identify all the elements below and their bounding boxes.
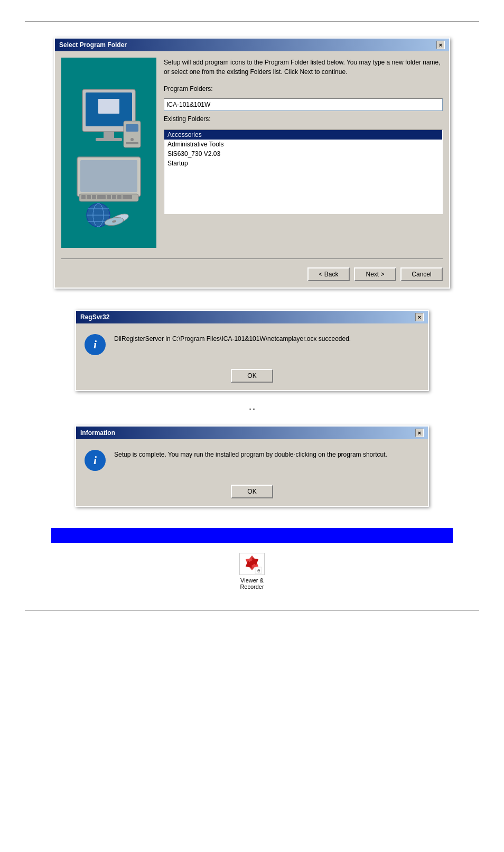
information-dialog: Information × i Setup is complete. You m…	[75, 425, 429, 507]
blue-bar-section	[51, 528, 453, 543]
svg-rect-13	[87, 195, 91, 199]
svg-rect-6	[126, 124, 138, 132]
back-button[interactable]: < Back	[307, 267, 350, 281]
folder-item-admin-tools[interactable]: Administrative Tools	[164, 140, 442, 149]
program-folder-input[interactable]	[164, 98, 443, 111]
select-folder-separator	[61, 258, 443, 259]
svg-rect-12	[81, 195, 86, 199]
viewer-recorder-icon[interactable]: e Viewer &Recorder	[234, 553, 270, 589]
svg-rect-15	[97, 195, 106, 199]
svg-rect-2	[98, 99, 119, 114]
information-titlebar: Information ×	[76, 427, 428, 439]
select-folder-close-button[interactable]: ×	[436, 41, 445, 49]
svg-rect-14	[92, 195, 96, 199]
svg-rect-19	[123, 195, 132, 199]
select-folder-title: Select Program Folder	[59, 41, 127, 49]
svg-rect-17	[112, 195, 116, 199]
svg-rect-16	[107, 195, 111, 199]
select-program-folder-dialog: Select Program Folder ×	[54, 38, 450, 289]
svg-rect-3	[104, 132, 114, 138]
select-folder-illustration	[61, 58, 156, 248]
information-title: Information	[80, 429, 115, 437]
quote-marks: " "	[54, 407, 450, 415]
select-folder-content: Setup will add program icons to the Prog…	[164, 58, 443, 248]
regsvr32-dialog: RegSvr32 × i DllRegisterServer in C:\Pro…	[75, 310, 429, 391]
existing-folders-list[interactable]: Accessories Administrative Tools SiS630_…	[164, 129, 443, 214]
folder-item-accessories[interactable]: Accessories	[164, 130, 442, 140]
information-icon: i	[85, 450, 106, 471]
top-divider	[25, 21, 479, 22]
information-message: Setup is complete. You may run the insta…	[114, 450, 419, 459]
regsvr32-body: i DllRegisterServer in C:\Program Files\…	[76, 323, 428, 366]
select-folder-description: Setup will add program icons to the Prog…	[164, 58, 443, 77]
viewer-recorder-label: Viewer &Recorder	[240, 577, 264, 590]
regsvr32-titlebar: RegSvr32 ×	[76, 311, 428, 323]
regsvr32-message: DllRegisterServer in C:\Program Files\IC…	[114, 334, 419, 344]
svg-rect-18	[117, 195, 122, 199]
information-buttons: OK	[76, 481, 428, 506]
blue-bar	[51, 528, 453, 543]
viewer-recorder-image: e	[239, 553, 265, 575]
regsvr32-buttons: OK	[76, 366, 428, 390]
folder-item-startup[interactable]: Startup	[164, 159, 442, 168]
bottom-divider	[25, 610, 479, 611]
svg-rect-4	[96, 138, 122, 141]
information-ok-button[interactable]: OK	[231, 485, 273, 498]
cancel-button[interactable]: Cancel	[400, 267, 443, 281]
information-body: i Setup is complete. You may run the ins…	[76, 439, 428, 481]
svg-rect-8	[126, 142, 138, 144]
info-icon: i	[85, 334, 106, 355]
page-wrapper: Select Program Folder ×	[0, 0, 504, 852]
existing-folders-label: Existing Folders:	[164, 115, 443, 123]
regsvr32-title: RegSvr32	[80, 313, 109, 321]
app-icon-section: e Viewer &Recorder	[234, 553, 270, 589]
svg-point-7	[130, 138, 134, 141]
folder-item-sis630[interactable]: SiS630_730 V2.03	[164, 149, 442, 159]
select-folder-titlebar: Select Program Folder ×	[55, 39, 449, 51]
program-folders-label: Program Folders:	[164, 85, 443, 92]
regsvr32-close-button[interactable]: ×	[415, 313, 424, 321]
svg-rect-10	[80, 160, 137, 192]
information-close-button[interactable]: ×	[415, 429, 424, 437]
svg-text:e: e	[257, 568, 260, 573]
next-button[interactable]: Next >	[354, 267, 396, 281]
regsvr32-ok-button[interactable]: OK	[231, 369, 273, 383]
select-folder-buttons: < Back Next > Cancel	[55, 263, 449, 288]
